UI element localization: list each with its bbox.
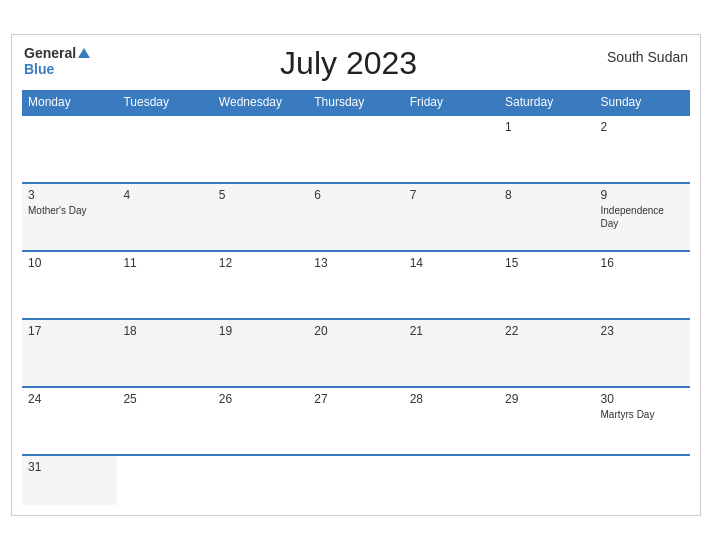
calendar-cell: 14 xyxy=(404,251,499,319)
calendar-cell: 7 xyxy=(404,183,499,251)
calendar-cell: 26 xyxy=(213,387,308,455)
day-number: 4 xyxy=(123,188,206,202)
weekday-header-saturday: Saturday xyxy=(499,90,594,115)
holiday-label: Mother's Day xyxy=(28,204,111,217)
calendar-cell: 1 xyxy=(499,115,594,183)
day-number: 9 xyxy=(601,188,684,202)
calendar-cell: 29 xyxy=(499,387,594,455)
calendar-grid: MondayTuesdayWednesdayThursdayFridaySatu… xyxy=(22,90,690,505)
calendar-cell xyxy=(308,455,403,505)
logo-triangle-icon xyxy=(78,48,90,58)
calendar-cell: 28 xyxy=(404,387,499,455)
calendar-cell xyxy=(404,455,499,505)
day-number: 6 xyxy=(314,188,397,202)
day-number: 1 xyxy=(505,120,588,134)
calendar-cell xyxy=(499,455,594,505)
calendar-week-4: 17181920212223 xyxy=(22,319,690,387)
calendar-cell: 12 xyxy=(213,251,308,319)
calendar-cell: 11 xyxy=(117,251,212,319)
calendar-cell: 4 xyxy=(117,183,212,251)
weekday-header-thursday: Thursday xyxy=(308,90,403,115)
calendar-cell: 18 xyxy=(117,319,212,387)
day-number: 24 xyxy=(28,392,111,406)
day-number: 13 xyxy=(314,256,397,270)
day-number: 25 xyxy=(123,392,206,406)
day-number: 27 xyxy=(314,392,397,406)
day-number: 15 xyxy=(505,256,588,270)
calendar-cell: 6 xyxy=(308,183,403,251)
calendar-cell: 24 xyxy=(22,387,117,455)
calendar-cell: 9Independence Day xyxy=(595,183,690,251)
calendar-cell: 25 xyxy=(117,387,212,455)
calendar-cell: 21 xyxy=(404,319,499,387)
day-number: 17 xyxy=(28,324,111,338)
calendar-cell: 15 xyxy=(499,251,594,319)
calendar-cell: 22 xyxy=(499,319,594,387)
day-number: 10 xyxy=(28,256,111,270)
calendar-cell: 8 xyxy=(499,183,594,251)
holiday-label: Martyrs Day xyxy=(601,408,684,421)
day-number: 28 xyxy=(410,392,493,406)
day-number: 23 xyxy=(601,324,684,338)
day-number: 3 xyxy=(28,188,111,202)
calendar-cell: 20 xyxy=(308,319,403,387)
holiday-label: Independence Day xyxy=(601,204,684,230)
day-number: 29 xyxy=(505,392,588,406)
logo-general-text: General xyxy=(24,45,76,61)
calendar-cell: 31 xyxy=(22,455,117,505)
calendar-title: July 2023 xyxy=(90,45,607,82)
day-number: 14 xyxy=(410,256,493,270)
calendar-cell xyxy=(22,115,117,183)
day-number: 11 xyxy=(123,256,206,270)
day-number: 2 xyxy=(601,120,684,134)
calendar-cell: 23 xyxy=(595,319,690,387)
calendar-cell: 19 xyxy=(213,319,308,387)
calendar-cell xyxy=(213,455,308,505)
calendar-cell: 10 xyxy=(22,251,117,319)
day-number: 16 xyxy=(601,256,684,270)
calendar-cell xyxy=(213,115,308,183)
weekday-header-tuesday: Tuesday xyxy=(117,90,212,115)
day-number: 26 xyxy=(219,392,302,406)
calendar-week-6: 31 xyxy=(22,455,690,505)
calendar-cell: 16 xyxy=(595,251,690,319)
calendar-cell: 5 xyxy=(213,183,308,251)
day-number: 18 xyxy=(123,324,206,338)
calendar-cell: 3Mother's Day xyxy=(22,183,117,251)
day-number: 19 xyxy=(219,324,302,338)
day-number: 7 xyxy=(410,188,493,202)
logo-blue-text: Blue xyxy=(24,61,54,77)
calendar-cell xyxy=(117,455,212,505)
country-name: South Sudan xyxy=(607,45,688,65)
weekday-header-sunday: Sunday xyxy=(595,90,690,115)
weekday-header-wednesday: Wednesday xyxy=(213,90,308,115)
weekday-header-monday: Monday xyxy=(22,90,117,115)
weekday-header-friday: Friday xyxy=(404,90,499,115)
day-number: 12 xyxy=(219,256,302,270)
calendar-cell: 27 xyxy=(308,387,403,455)
day-number: 5 xyxy=(219,188,302,202)
day-number: 22 xyxy=(505,324,588,338)
calendar-cell xyxy=(117,115,212,183)
calendar-week-2: 3Mother's Day456789Independence Day xyxy=(22,183,690,251)
calendar-week-5: 24252627282930Martyrs Day xyxy=(22,387,690,455)
calendar-cell xyxy=(308,115,403,183)
logo: General Blue xyxy=(24,45,90,77)
day-number: 8 xyxy=(505,188,588,202)
day-number: 30 xyxy=(601,392,684,406)
calendar-week-3: 10111213141516 xyxy=(22,251,690,319)
day-number: 20 xyxy=(314,324,397,338)
calendar-cell xyxy=(595,455,690,505)
day-number: 21 xyxy=(410,324,493,338)
calendar-week-1: 12 xyxy=(22,115,690,183)
calendar-cell: 13 xyxy=(308,251,403,319)
day-number: 31 xyxy=(28,460,111,474)
calendar-header: General Blue July 2023 South Sudan xyxy=(22,45,690,82)
calendar-container: General Blue July 2023 South Sudan Monda… xyxy=(11,34,701,516)
calendar-cell: 17 xyxy=(22,319,117,387)
calendar-cell: 30Martyrs Day xyxy=(595,387,690,455)
weekday-header-row: MondayTuesdayWednesdayThursdayFridaySatu… xyxy=(22,90,690,115)
calendar-cell: 2 xyxy=(595,115,690,183)
calendar-cell xyxy=(404,115,499,183)
